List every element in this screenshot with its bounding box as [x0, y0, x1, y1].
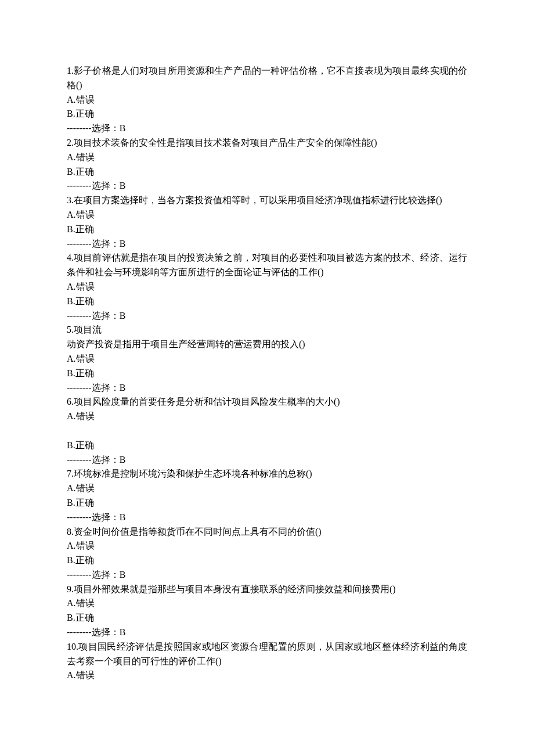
- question-number: 7: [67, 469, 71, 478]
- question-body: 项目外部效果就是指那些与项目本身没有直接联系的经济间接效益和间接费用(): [74, 584, 396, 594]
- question-number: 8: [67, 527, 71, 537]
- answer-line: --------选择：B: [67, 381, 467, 395]
- option-b: B.正确: [67, 107, 467, 121]
- option-a: A.错误: [67, 668, 467, 683]
- question-number: 2: [67, 138, 71, 147]
- answer-value: B: [120, 383, 126, 393]
- question-10: 10.项目国民经济评估是按照国家或地区资源合理配置的原则，从国家或地区整体经济利…: [67, 640, 467, 683]
- option-b: B.正确: [67, 165, 467, 179]
- option-a: A.错误: [67, 539, 467, 553]
- answer-prefix: --------选择：: [67, 383, 120, 393]
- question-text: 8.资金时间价值是指等额货币在不同时间点上具有不同的价值(): [67, 525, 467, 539]
- option-a: A.错误: [67, 481, 467, 496]
- answer-prefix: --------选择：: [67, 239, 120, 249]
- answer-line: --------选择：B: [67, 121, 467, 136]
- question-body: 项目国民经济评估是按照国家或地区资源合理配置的原则，从国家或地区整体经济利益的角…: [67, 642, 467, 666]
- question-number: 5: [67, 325, 71, 334]
- question-number: 9: [67, 584, 71, 594]
- question-2: 2.项目技术装备的安全性是指项目技术装备对项目产品生产安全的保障性能() A.错…: [67, 136, 467, 193]
- question-text: 3.在项目方案选择时，当各方案投资值相等时，可以采用项目经济净现值指标进行比较选…: [67, 193, 467, 208]
- question-text-line2: 动资产投资是指用于项目生产经营周转的营运费用的投入(): [67, 337, 467, 352]
- answer-line: --------选择：B: [67, 625, 467, 640]
- question-text: 7.环境标准是控制环境污染和保护生态环境各种标准的总称(): [67, 467, 467, 481]
- option-b: B.正确: [67, 366, 467, 381]
- question-text: 6.项目风险度量的首要任务是分析和估计项目风险发生概率的大小(): [67, 395, 467, 409]
- option-b: B.正确: [67, 553, 467, 568]
- question-number: 6: [67, 397, 71, 406]
- question-6: 6.项目风险度量的首要任务是分析和估计项目风险发生概率的大小() A.错误 B.…: [67, 395, 467, 467]
- question-number: 4: [67, 253, 71, 262]
- question-text: 9.项目外部效果就是指那些与项目本身没有直接联系的经济间接效益和间接费用(): [67, 582, 467, 597]
- option-a: A.错误: [67, 596, 467, 611]
- answer-line: --------选择：B: [67, 510, 467, 525]
- answer-line: --------选择：B: [67, 237, 467, 251]
- option-a: A.错误: [67, 352, 467, 366]
- question-8: 8.资金时间价值是指等额货币在不同时间点上具有不同的价值() A.错误 B.正确…: [67, 525, 467, 582]
- answer-value: B: [120, 627, 126, 637]
- question-text: 2.项目技术装备的安全性是指项目技术装备对项目产品生产安全的保障性能(): [67, 136, 467, 150]
- question-9: 9.项目外部效果就是指那些与项目本身没有直接联系的经济间接效益和间接费用() A…: [67, 582, 467, 640]
- blank-line: [67, 424, 467, 438]
- answer-line: --------选择：B: [67, 309, 467, 323]
- question-body: 环境标准是控制环境污染和保护生态环境各种标准的总称(): [74, 469, 312, 478]
- answer-value: B: [120, 123, 126, 133]
- question-body: 项目前评估就是指在项目的投资决策之前，对项目的必要性和项目被选方案的技术、经济、…: [67, 253, 467, 277]
- question-3: 3.在项目方案选择时，当各方案投资值相等时，可以采用项目经济净现值指标进行比较选…: [67, 193, 467, 251]
- option-b: B.正确: [67, 611, 467, 625]
- answer-value: B: [120, 455, 126, 465]
- answer-prefix: --------选择：: [67, 512, 120, 522]
- answer-prefix: --------选择：: [67, 311, 120, 321]
- question-text: 4.项目前评估就是指在项目的投资决策之前，对项目的必要性和项目被选方案的技术、经…: [67, 251, 467, 280]
- question-7: 7.环境标准是控制环境污染和保护生态环境各种标准的总称() A.错误 B.正确 …: [67, 467, 467, 524]
- answer-value: B: [120, 239, 126, 249]
- answer-line: --------选择：B: [67, 179, 467, 193]
- question-4: 4.项目前评估就是指在项目的投资决策之前，对项目的必要性和项目被选方案的技术、经…: [67, 251, 467, 323]
- option-b: B.正确: [67, 438, 467, 453]
- answer-prefix: --------选择：: [67, 570, 120, 579]
- question-text: 5.项目流: [67, 323, 467, 337]
- question-number: 10: [67, 642, 76, 651]
- question-number: 3: [67, 195, 71, 205]
- question-body: 项目技术装备的安全性是指项目技术装备对项目产品生产安全的保障性能(): [74, 138, 377, 147]
- answer-line: --------选择：B: [67, 453, 467, 467]
- answer-prefix: --------选择：: [67, 181, 120, 190]
- question-body: 影子价格是人们对项目所用资源和生产产品的一种评估价格，它不直接表现为项目最终实现…: [67, 66, 467, 90]
- answer-value: B: [120, 181, 126, 190]
- option-a: A.错误: [67, 150, 467, 165]
- answer-value: B: [120, 512, 126, 522]
- option-a: A.错误: [67, 93, 467, 107]
- answer-value: B: [120, 311, 126, 321]
- option-a: A.错误: [67, 409, 467, 424]
- question-body: 资金时间价值是指等额货币在不同时间点上具有不同的价值(): [74, 527, 322, 537]
- answer-prefix: --------选择：: [67, 455, 120, 465]
- answer-prefix: --------选择：: [67, 123, 120, 133]
- answer-value: B: [120, 570, 126, 579]
- question-number: 1: [67, 66, 71, 75]
- question-body-line1: 项目流: [74, 325, 102, 334]
- question-body: 项目风险度量的首要任务是分析和估计项目风险发生概率的大小(): [74, 397, 340, 406]
- option-a: A.错误: [67, 280, 467, 294]
- question-1: 1.影子价格是人们对项目所用资源和生产产品的一种评估价格，它不直接表现为项目最终…: [67, 64, 467, 136]
- question-text: 10.项目国民经济评估是按照国家或地区资源合理配置的原则，从国家或地区整体经济利…: [67, 640, 467, 669]
- question-body: 在项目方案选择时，当各方案投资值相等时，可以采用项目经济净现值指标进行比较选择(…: [74, 195, 442, 205]
- question-5: 5.项目流 动资产投资是指用于项目生产经营周转的营运费用的投入() A.错误 B…: [67, 323, 467, 395]
- option-a: A.错误: [67, 208, 467, 222]
- option-b: B.正确: [67, 294, 467, 309]
- option-b: B.正确: [67, 222, 467, 237]
- option-b: B.正确: [67, 496, 467, 510]
- question-text: 1.影子价格是人们对项目所用资源和生产产品的一种评估价格，它不直接表现为项目最终…: [67, 64, 467, 93]
- answer-prefix: --------选择：: [67, 627, 120, 637]
- answer-line: --------选择：B: [67, 568, 467, 582]
